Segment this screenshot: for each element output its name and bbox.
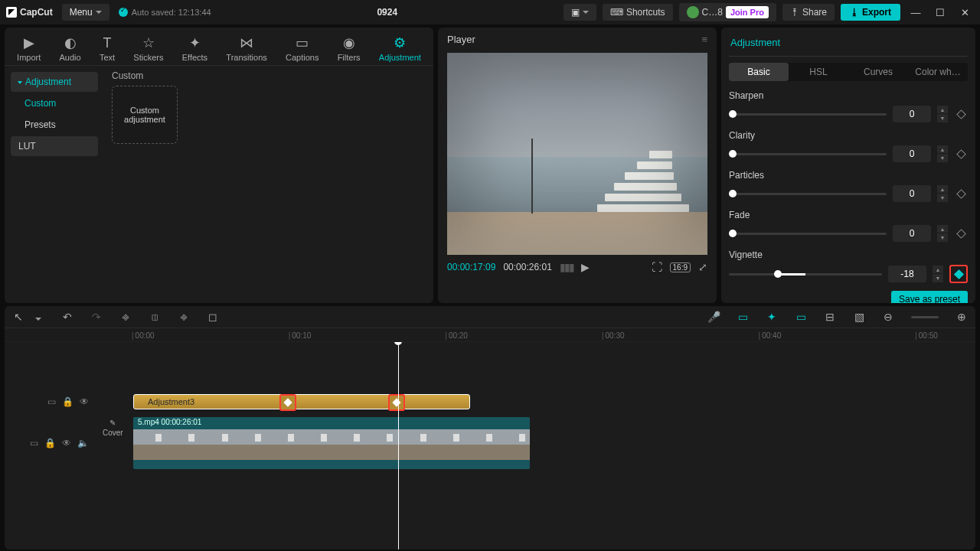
zoom-in-icon[interactable]: ⊕ <box>956 311 968 323</box>
preview-icon[interactable]: ▧ <box>853 311 865 323</box>
media-tab-captions[interactable]: ▭Captions <box>281 32 323 65</box>
aspect-ratio[interactable]: 16:9 <box>670 262 691 272</box>
category-label: Custom <box>112 70 426 81</box>
join-pro-badge[interactable]: Join Pro <box>726 6 769 18</box>
media-tab-effects[interactable]: ✦Effects <box>178 32 212 65</box>
ruler-tick[interactable]: 00:50 <box>915 331 938 340</box>
sharpen-slider[interactable] <box>729 113 887 116</box>
particles-slider[interactable] <box>729 193 887 195</box>
maximize-button[interactable]: ☐ <box>931 7 949 18</box>
fade-slider[interactable] <box>729 233 887 235</box>
redo-button[interactable]: ↷ <box>90 311 103 323</box>
keyframe-button[interactable] <box>954 227 968 240</box>
minimize-button[interactable]: — <box>906 7 925 18</box>
effects-icon: ✦ <box>189 35 201 51</box>
sidebar-item-custom[interactable]: Custom <box>11 93 98 113</box>
stepper[interactable]: ▲▼ <box>937 225 948 242</box>
keyframe-button[interactable] <box>954 147 968 161</box>
safezone-icon[interactable]: ⛶ <box>652 261 662 273</box>
lock-icon[interactable]: 🔒 <box>62 396 74 407</box>
ruler-tick[interactable]: 00:40 <box>759 331 782 340</box>
zoom-slider[interactable] <box>911 316 939 318</box>
mic-icon[interactable]: 🎤 <box>707 311 720 323</box>
ruler-tick[interactable]: 00:20 <box>445 331 468 340</box>
cover-button[interactable]: ✎ Cover <box>103 419 123 437</box>
menu-button[interactable]: Menu <box>62 4 109 21</box>
account-button[interactable]: C…8 Join Pro <box>679 3 776 21</box>
stepper[interactable]: ▲▼ <box>933 266 943 282</box>
filters-icon: ◉ <box>343 35 355 51</box>
zoom-out-icon[interactable]: ⊖ <box>882 311 894 323</box>
align-icon[interactable]: ⊟ <box>824 311 836 323</box>
undo-button[interactable]: ↶ <box>61 311 74 323</box>
vignette-value[interactable]: -18 <box>888 266 926 282</box>
eye-icon[interactable]: 👁 <box>80 396 89 407</box>
ruler-tick[interactable]: 00:10 <box>289 331 312 340</box>
video-clip[interactable]: 5.mp4 00:00:26:01 <box>133 417 530 469</box>
sidebar-item-presets[interactable]: Presets <box>11 115 98 135</box>
ruler-tick[interactable]: 00:00 <box>132 331 155 340</box>
keyframe-marker[interactable] <box>388 394 405 411</box>
select-tool[interactable]: ↖ <box>12 311 24 323</box>
play-button[interactable]: ▶ <box>581 261 590 273</box>
save-preset-button[interactable]: Save as preset <box>891 291 968 303</box>
adj-tab-basic[interactable]: Basic <box>729 63 789 81</box>
layout-button[interactable]: ▣ <box>564 4 596 21</box>
lock-icon[interactable]: 🔒 <box>44 438 56 448</box>
stepper[interactable]: ▲▼ <box>937 106 948 122</box>
shortcuts-button[interactable]: ⌨ Shortcuts <box>603 4 673 21</box>
player-viewport[interactable] <box>447 53 707 255</box>
stepper[interactable]: ▲▼ <box>937 145 948 162</box>
close-button[interactable]: ✕ <box>956 7 974 18</box>
stepper[interactable]: ▲▼ <box>937 185 948 202</box>
collapse-icon[interactable]: ▭ <box>30 438 38 448</box>
fade-value[interactable]: 0 <box>893 225 931 242</box>
clarity-value[interactable]: 0 <box>893 145 931 162</box>
eye-icon[interactable]: 👁 <box>62 438 71 448</box>
media-tab-import[interactable]: ▶Import <box>12 32 45 65</box>
adj-tab-colorwh[interactable]: Color wh… <box>908 63 968 81</box>
media-panel: ▶Import◐AudioTText☆Stickers✦Effects⋈Tran… <box>5 28 433 303</box>
media-tab-adjustment[interactable]: ⚙Adjustment <box>374 32 426 65</box>
media-tab-audio[interactable]: ◐Audio <box>55 32 86 65</box>
collapse-icon[interactable]: ▭ <box>47 396 56 407</box>
sidebar-item-lut[interactable]: LUT <box>11 136 98 156</box>
playhead[interactable] <box>398 342 399 549</box>
particles-value[interactable]: 0 <box>893 185 931 202</box>
media-tab-filters[interactable]: ◉Filters <box>333 32 365 65</box>
keyframe-button[interactable] <box>954 107 968 121</box>
keyframe-button[interactable] <box>952 267 965 281</box>
sharpen-value[interactable]: 0 <box>893 106 931 122</box>
magnet-on-icon[interactable]: ▭ <box>737 311 749 323</box>
ruler-tick[interactable]: 00:30 <box>602 331 625 340</box>
adj-label: Vignette <box>729 249 968 260</box>
tool-dropdown[interactable] <box>32 311 44 323</box>
split-right-tool[interactable]: ⎆ <box>178 311 190 323</box>
vignette-slider[interactable] <box>729 273 882 276</box>
project-title: 0924 <box>211 7 564 18</box>
snap-on-icon[interactable]: ▭ <box>795 311 807 323</box>
compare-icon[interactable]: ▮▮▮ <box>560 261 573 273</box>
player-menu-icon[interactable]: ≡ <box>701 34 707 45</box>
clip-label: 5.mp4 00:00:26:01 <box>133 417 530 429</box>
media-tab-text[interactable]: TText <box>95 32 119 65</box>
media-tab-stickers[interactable]: ☆Stickers <box>129 32 168 65</box>
export-button[interactable]: ⭳ Export <box>841 4 900 21</box>
adj-tab-hsl[interactable]: HSL <box>789 63 848 81</box>
split-left-tool[interactable]: ⎅ <box>149 311 161 323</box>
adj-tab-curves[interactable]: Curves <box>848 63 908 81</box>
sidebar-item-adjustment[interactable]: Adjustment <box>11 72 98 92</box>
mute-icon[interactable]: 🔈 <box>77 438 89 448</box>
link-on-icon[interactable]: ✦ <box>766 311 778 323</box>
custom-adjustment-tile[interactable]: Custom adjustment <box>112 86 178 144</box>
fullscreen-icon[interactable]: ⤢ <box>698 261 707 273</box>
media-tab-transitions[interactable]: ⋈Transitions <box>221 32 271 65</box>
share-button[interactable]: ⭱ Share <box>782 4 835 21</box>
adjustment-clip[interactable]: Adjustment3 <box>133 394 470 409</box>
split-tool[interactable]: ⎆ <box>119 311 132 323</box>
clarity-slider[interactable] <box>729 153 887 155</box>
keyframe-marker[interactable] <box>279 394 296 411</box>
adjustment-panel: Adjustment BasicHSLCurvesColor wh… Sharp… <box>721 28 975 303</box>
crop-tool[interactable]: ◻ <box>207 311 219 323</box>
keyframe-button[interactable] <box>954 187 968 201</box>
